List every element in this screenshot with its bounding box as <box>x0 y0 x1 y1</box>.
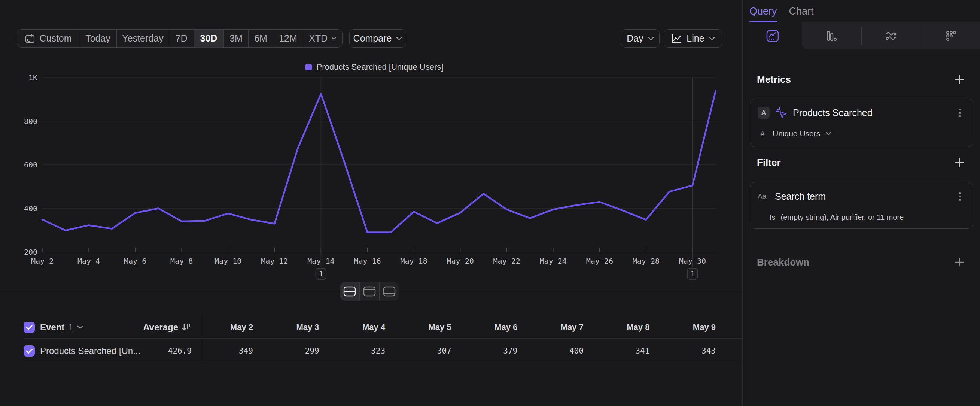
x-axis-label: May 16 <box>354 256 381 266</box>
column-header-may-6[interactable]: May 6 <box>457 317 517 338</box>
add-breakdown-button[interactable] <box>954 256 965 268</box>
tab-query[interactable]: Query <box>749 0 777 22</box>
x-axis-label: May 6 <box>124 256 146 266</box>
chart-panel: CustomTodayYesterday7D30D3M6M12MXTD Comp… <box>0 0 742 406</box>
line-series[interactable] <box>42 91 716 232</box>
select-all-checkbox[interactable] <box>24 322 35 333</box>
metrics-section-header: Metrics <box>743 70 980 89</box>
split-view-icon <box>343 286 356 297</box>
cell-value: 400 <box>524 340 584 362</box>
column-header-may-4[interactable]: May 4 <box>325 317 385 338</box>
line-chart: 2004006008001KMay 2May 4May 6May 8May 10… <box>0 0 742 296</box>
x-axis-label: May 28 <box>633 256 660 266</box>
chart-only-icon <box>363 286 376 297</box>
average-label: Average <box>143 322 178 333</box>
chart-type-matrix-tab[interactable] <box>921 22 980 49</box>
split-view-button[interactable] <box>340 282 360 301</box>
measure-label[interactable]: Unique Users <box>773 129 820 138</box>
chart-type-selector <box>743 22 980 49</box>
chart-type-bar-tab[interactable] <box>802 22 861 49</box>
cell-value: 307 <box>391 340 452 362</box>
filter-section-header: Filter <box>743 153 980 172</box>
breakdown-section-header: Breakdown <box>743 252 980 272</box>
filter-heading: Filter <box>757 157 781 169</box>
tab-chart[interactable]: Chart <box>789 0 814 22</box>
plus-icon <box>954 256 965 268</box>
column-header-may-5[interactable]: May 5 <box>391 317 452 338</box>
event-column-header[interactable]: Event 1 <box>40 317 83 338</box>
column-header-may-9[interactable]: May 9 <box>656 317 716 338</box>
measure-symbol: # <box>758 130 767 138</box>
property-type-label: Aa <box>758 192 770 201</box>
chart-type-line-tab[interactable] <box>743 22 802 49</box>
analytics-app: CustomTodayYesterday7D30D3M6M12MXTD Comp… <box>0 0 980 406</box>
cell-value: 379 <box>457 340 517 362</box>
annotation-badge-count: 1 <box>690 269 695 278</box>
sidebar-tabs: Query Chart <box>743 0 814 22</box>
cell-value: 343 <box>656 340 716 362</box>
dot-matrix-icon <box>943 29 958 43</box>
chevron-down-icon[interactable] <box>826 132 831 135</box>
row-average-value: 426.9 <box>117 340 192 362</box>
metric-event-name[interactable]: Products Searched <box>793 107 873 118</box>
x-axis-label: May 2 <box>31 256 54 266</box>
bar-chart-icon <box>824 29 839 43</box>
annotation-badge-count: 1 <box>318 269 323 278</box>
column-header-may-8[interactable]: May 8 <box>590 317 649 338</box>
y-axis-label: 800 <box>24 117 37 126</box>
add-filter-button[interactable] <box>954 157 965 168</box>
x-axis-label: May 18 <box>400 256 427 266</box>
breakdown-heading: Breakdown <box>757 256 809 268</box>
metric-card[interactable]: A Products Searched # Unique Users <box>750 99 973 147</box>
event-pointer-icon <box>775 107 788 119</box>
tab-chart-label: Chart <box>789 6 814 17</box>
cell-value: 341 <box>590 340 649 362</box>
x-axis-label: May 26 <box>586 256 613 266</box>
filter-operator[interactable]: Is <box>770 213 776 222</box>
average-column-header[interactable]: Average <box>112 317 192 338</box>
x-axis-label: May 12 <box>261 256 288 266</box>
x-axis-label: May 24 <box>540 256 567 266</box>
column-header-may-3[interactable]: May 3 <box>259 317 319 338</box>
x-axis-label: May 4 <box>78 256 100 266</box>
column-header-may-2[interactable]: May 2 <box>193 317 253 338</box>
cell-value: 323 <box>325 340 385 362</box>
cell-value: 299 <box>259 340 319 362</box>
x-axis-label: May 22 <box>493 256 520 266</box>
x-axis-label: May 10 <box>215 256 242 266</box>
row-checkbox[interactable] <box>24 345 35 357</box>
divider <box>24 338 742 339</box>
view-toggle <box>340 282 399 301</box>
table-only-icon <box>383 286 396 297</box>
filter-values[interactable]: (empty string), Air purifier, or 11 more <box>781 213 904 222</box>
divider <box>24 362 742 362</box>
chart-only-button[interactable] <box>360 282 379 301</box>
table-only-button[interactable] <box>379 282 399 301</box>
query-sidebar: Query Chart <box>742 0 980 406</box>
y-axis-label: 400 <box>24 204 37 213</box>
y-axis-label: 1K <box>29 73 37 82</box>
plus-icon <box>954 157 965 168</box>
line-chart-square-icon <box>765 29 780 43</box>
plus-icon <box>954 74 965 85</box>
metrics-heading: Metrics <box>757 74 791 85</box>
metric-letter-badge: A <box>758 107 770 119</box>
cell-value: 349 <box>193 340 253 362</box>
kebab-menu-icon[interactable] <box>958 191 963 202</box>
chart-type-flow-tab[interactable] <box>861 22 921 49</box>
column-header-may-7[interactable]: May 7 <box>524 317 584 338</box>
filter-card[interactable]: Aa Search term Is (empty string), Air pu… <box>750 182 973 229</box>
sort-icon[interactable] <box>181 322 192 332</box>
y-axis-label: 200 <box>24 248 37 256</box>
y-axis-label: 600 <box>24 160 37 169</box>
filter-property-name[interactable]: Search term <box>775 191 826 202</box>
x-axis-label: May 20 <box>447 256 474 266</box>
event-label: Event <box>40 322 64 333</box>
chevron-down-icon <box>77 325 83 329</box>
event-count: 1 <box>68 322 73 333</box>
add-metric-button[interactable] <box>954 74 965 85</box>
x-axis-label: May 8 <box>170 256 193 266</box>
kebab-menu-icon[interactable] <box>958 107 963 119</box>
tab-query-label: Query <box>749 6 777 17</box>
flow-chart-icon <box>884 29 899 43</box>
